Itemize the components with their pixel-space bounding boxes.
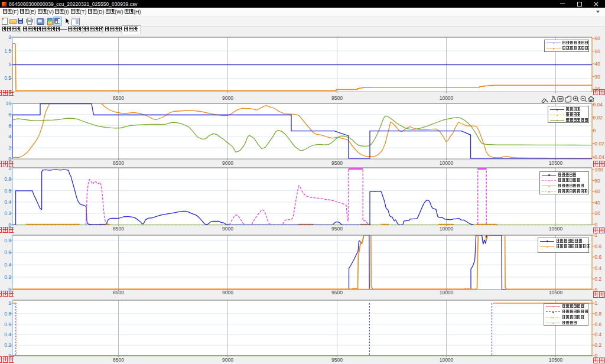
svg-text:1: 1 <box>8 300 11 306</box>
svg-text:10000: 10000 <box>440 226 454 232</box>
svg-text:0: 0 <box>8 156 11 162</box>
svg-text:0.04: 0.04 <box>593 102 603 108</box>
svg-text:0.8: 0.8 <box>4 176 11 182</box>
svg-text:2: 2 <box>8 145 11 151</box>
svg-text:0: 0 <box>8 353 11 359</box>
svg-text:10500: 10500 <box>549 160 563 166</box>
svg-text:8500: 8500 <box>113 290 124 295</box>
svg-text:10500: 10500 <box>549 226 563 232</box>
svg-text:0.4: 0.4 <box>4 332 11 337</box>
svg-text:8500: 8500 <box>113 357 124 363</box>
svg-text:10500: 10500 <box>549 357 563 363</box>
svg-text:8500: 8500 <box>113 160 124 166</box>
svg-text:0.2: 0.2 <box>4 342 11 348</box>
svg-text:1: 1 <box>595 300 598 306</box>
svg-text:-0.02: -0.02 <box>593 141 605 147</box>
svg-text:0.6: 0.6 <box>595 254 602 260</box>
svg-text:10000: 10000 <box>440 160 454 166</box>
svg-text:9000: 9000 <box>222 95 233 101</box>
svg-text:100: 100 <box>595 167 603 173</box>
svg-text:8: 8 <box>8 112 11 118</box>
svg-text:0.6: 0.6 <box>595 321 602 327</box>
svg-text:40: 40 <box>595 200 601 206</box>
svg-text:0.4: 0.4 <box>4 199 11 205</box>
svg-text:8500: 8500 <box>113 95 124 101</box>
svg-text:20: 20 <box>595 210 601 216</box>
svg-text:0.6: 0.6 <box>4 249 11 255</box>
svg-text:0.4: 0.4 <box>4 262 11 268</box>
svg-text:50: 50 <box>595 48 601 54</box>
svg-text:1: 1 <box>8 165 11 171</box>
svg-text:9500: 9500 <box>331 226 343 232</box>
svg-text:10: 10 <box>6 100 12 106</box>
svg-text:0.6: 0.6 <box>4 188 11 194</box>
svg-text:80: 80 <box>595 178 601 184</box>
svg-text:0: 0 <box>8 89 11 95</box>
svg-text:4: 4 <box>8 134 11 139</box>
svg-text:1.5: 1.5 <box>4 48 11 54</box>
svg-text:2: 2 <box>8 34 11 40</box>
svg-text:0.8: 0.8 <box>595 311 602 317</box>
svg-text:0.2: 0.2 <box>595 276 602 282</box>
svg-text:0: 0 <box>8 222 11 228</box>
svg-text:9000: 9000 <box>222 226 233 232</box>
svg-text:0.8: 0.8 <box>595 243 602 249</box>
svg-text:0.8: 0.8 <box>4 311 11 317</box>
svg-text:60: 60 <box>595 188 601 194</box>
svg-text:9000: 9000 <box>222 357 233 363</box>
svg-text:40: 40 <box>595 61 601 67</box>
svg-text:8500: 8500 <box>113 226 124 232</box>
svg-text:1: 1 <box>8 61 11 67</box>
svg-text:0: 0 <box>8 287 11 292</box>
svg-text:-0.04: -0.04 <box>593 154 605 160</box>
svg-text:0.2: 0.2 <box>4 274 11 280</box>
svg-text:9500: 9500 <box>331 95 343 101</box>
svg-text:0.2: 0.2 <box>4 210 11 216</box>
svg-text:0.5: 0.5 <box>4 75 11 81</box>
svg-text:9500: 9500 <box>331 290 343 295</box>
svg-text:10000: 10000 <box>440 290 454 295</box>
svg-text:0.6: 0.6 <box>4 321 11 327</box>
svg-text:9500: 9500 <box>331 357 343 363</box>
svg-text:0.8: 0.8 <box>4 238 11 243</box>
svg-text:0.4: 0.4 <box>595 332 602 337</box>
svg-text:10000: 10000 <box>440 95 454 101</box>
svg-text:0: 0 <box>595 222 598 228</box>
svg-text:6: 6 <box>8 123 11 129</box>
svg-text:0: 0 <box>593 128 596 134</box>
svg-text:60: 60 <box>595 35 601 41</box>
svg-text:0.4: 0.4 <box>595 265 602 271</box>
svg-text:10000: 10000 <box>440 357 454 363</box>
svg-text:9000: 9000 <box>222 160 233 166</box>
svg-text:9500: 9500 <box>331 160 343 166</box>
svg-text:0.2: 0.2 <box>595 342 602 348</box>
svg-text:0.02: 0.02 <box>593 115 603 121</box>
svg-text:10500: 10500 <box>549 290 563 295</box>
svg-text:9000: 9000 <box>222 290 233 295</box>
svg-text:30: 30 <box>595 74 601 80</box>
